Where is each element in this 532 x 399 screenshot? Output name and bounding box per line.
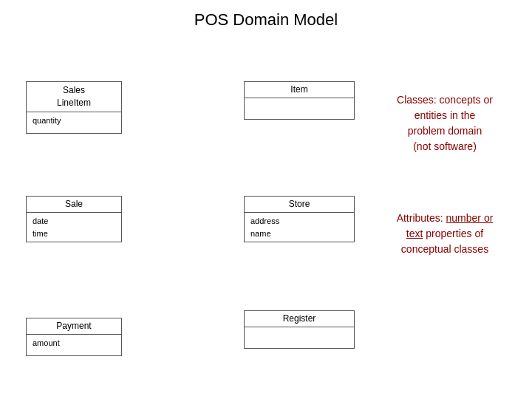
attributes-store: addressname — [245, 213, 354, 242]
class-name-store: Store — [245, 197, 354, 213]
attributes-annotation: Attributes: number or text properties of… — [364, 211, 526, 257]
class-name-register: Register — [245, 311, 354, 327]
class-name-sales-lineitem: Sales LineItem — [27, 82, 121, 112]
attributes-sales-lineitem: quantity — [27, 112, 121, 133]
uml-box-sale: Sale datetime — [26, 196, 122, 242]
classes-annotation: Classes: concepts orentities in theprobl… — [364, 92, 526, 154]
attributes-sale: datetime — [27, 213, 121, 242]
class-name-payment: Payment — [27, 318, 121, 335]
page-title: POS Domain Model — [0, 0, 532, 37]
attributes-register — [245, 327, 354, 348]
uml-box-item: Item — [244, 81, 355, 120]
uml-box-register: Register — [244, 310, 355, 349]
main-content: Sales LineItem quantity Item Sale dateti… — [0, 37, 532, 399]
uml-box-payment: Payment amount — [26, 318, 122, 356]
class-name-item: Item — [245, 82, 354, 98]
attributes-item — [245, 98, 354, 119]
uml-box-sales-lineitem: Sales LineItem quantity — [26, 81, 122, 134]
attributes-payment: amount — [27, 335, 121, 355]
class-name-sale: Sale — [27, 197, 121, 213]
uml-box-store: Store addressname — [244, 196, 355, 242]
